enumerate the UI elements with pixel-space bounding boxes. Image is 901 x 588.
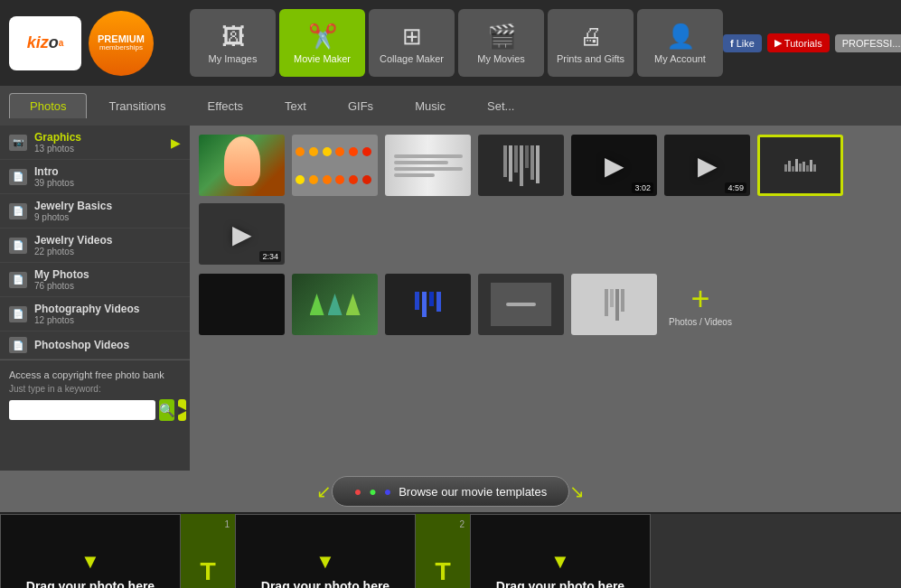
photo-thumb-1[interactable]	[199, 135, 285, 196]
tab-photos[interactable]: Photos	[9, 93, 87, 118]
drag-photo-box-2[interactable]: ▼ Drag your photo here 3.00s	[235, 514, 416, 588]
sidebar-item-photography-videos[interactable]: 📄 Photography Videos 12 photos	[0, 297, 190, 331]
professional-button[interactable]: PROFESSI...	[835, 34, 901, 52]
search-title: Access a copyright free photo bank	[9, 369, 181, 380]
text-t-icon-2: T	[435, 557, 450, 586]
sidebar-item-graphics[interactable]: 📷 Graphics 13 photos ▶	[0, 126, 190, 160]
photo-thumb-10[interactable]	[292, 274, 378, 335]
search-go-button[interactable]: ▶	[178, 399, 186, 421]
thumb-time-5: 3:02	[632, 182, 653, 193]
facebook-like-button[interactable]: f Like	[723, 34, 762, 52]
dot-icon3: ●	[384, 484, 391, 499]
search-button[interactable]: 🔍	[159, 399, 174, 421]
graphics-name: Graphics	[34, 131, 171, 144]
text-slot-2[interactable]: 2 T	[416, 514, 470, 588]
search-input[interactable]	[9, 400, 155, 420]
photography-videos-name: Photography Videos	[34, 303, 181, 315]
photo-thumb-12[interactable]	[478, 274, 564, 335]
drag-photo-box-1[interactable]: ▼ Drag your photo here 3.00s	[0, 514, 181, 588]
play-icon-8: ▶	[232, 219, 252, 249]
sidebar-item-jewelry-videos[interactable]: 📄 Jewelry Videos 22 photos	[0, 229, 190, 263]
text-slot-1[interactable]: 1 T	[181, 514, 235, 588]
tab-effects[interactable]: Effects	[188, 94, 264, 118]
tutorials-button[interactable]: ▶ Tutorials	[767, 33, 830, 52]
nav-movie-maker[interactable]: ✂️ Movie Maker	[279, 9, 365, 77]
tab-settings[interactable]: Set...	[467, 94, 534, 118]
jewelry-videos-name: Jewelry Videos	[34, 234, 181, 247]
photo-thumb-8[interactable]: ▶ 2:34	[199, 203, 285, 265]
fb-icon: f	[730, 38, 734, 49]
plus-icon: +	[690, 283, 709, 315]
intro-count: 39 photos	[34, 178, 181, 188]
timeline: ▼ Drag your photo here 3.00s 1 T ▼ Drag …	[0, 512, 901, 588]
timeline-slot-2: ▼ Drag your photo here 3.00s 2 T	[235, 514, 470, 588]
browse-label: Browse our movie templates	[399, 485, 547, 499]
my-photos-count: 76 photos	[34, 281, 181, 291]
nav-movie-maker-label: Movie Maker	[294, 53, 351, 64]
add-photos-button[interactable]: + Photos / Videos	[664, 274, 737, 335]
search-box: 🔍 ▶	[9, 399, 181, 421]
graphics-arrow: ▶	[171, 135, 181, 150]
photography-videos-count: 12 photos	[34, 315, 181, 325]
premium-badge[interactable]: PREMIUM memberships	[89, 11, 154, 76]
drag-arrow-3: ▼	[550, 550, 570, 574]
browse-templates-button[interactable]: ● ● ● Browse our movie templates	[332, 476, 569, 507]
nav-collage-maker-label: Collage Maker	[380, 53, 444, 64]
fb-like-label: Like	[737, 38, 755, 49]
timeline-slot-3: ▼ Drag your photo here 3.0s	[470, 514, 651, 588]
sidebar: 📷 Graphics 13 photos ▶ 📄 Intro 39 photos…	[0, 126, 190, 471]
photo-thumb-4[interactable]	[478, 135, 564, 196]
tab-gifs[interactable]: GIFs	[328, 94, 393, 118]
my-images-icon: 🖼	[221, 23, 245, 51]
photo-thumb-3[interactable]	[385, 135, 471, 196]
jewelry-videos-icon: 📄	[9, 238, 27, 254]
my-photos-name: My Photos	[34, 268, 181, 281]
nav-prints-gifts-label: Prints and Gifts	[557, 53, 624, 64]
thumb-time-6: 4:59	[725, 182, 746, 193]
premium-subtext: memberships	[99, 44, 143, 52]
add-photos-label: Photos / Videos	[669, 317, 732, 327]
intro-name: Intro	[34, 165, 181, 178]
photo-thumb-2[interactable]	[292, 135, 378, 196]
search-sub: Just type in a keyword:	[9, 384, 181, 394]
photo-thumb-11[interactable]	[385, 274, 471, 335]
my-photos-icon: 📄	[9, 272, 27, 288]
nav-collage-maker[interactable]: ⊞ Collage Maker	[369, 9, 455, 77]
nav-my-images-label: My Images	[209, 53, 258, 64]
sidebar-item-photoshop-videos[interactable]: 📄 Photoshop Videos	[0, 331, 190, 359]
nav-prints-gifts[interactable]: 🖨 Prints and Gifts	[548, 9, 634, 77]
logo[interactable]: kizoa	[9, 16, 81, 70]
tab-music[interactable]: Music	[395, 94, 465, 118]
yt-icon: ▶	[774, 37, 782, 49]
jewelry-videos-count: 22 photos	[34, 247, 181, 257]
drag-text-1: Drag your photo here	[26, 579, 155, 588]
sidebar-item-jewelry-basics[interactable]: 📄 Jewelry Basics 9 photos	[0, 194, 190, 229]
photo-thumb-13[interactable]	[571, 274, 657, 335]
prof-label: PROFESSI...	[842, 38, 901, 49]
drag-photo-box-3[interactable]: ▼ Drag your photo here 3.0s	[470, 514, 651, 588]
sidebar-item-my-photos[interactable]: 📄 My Photos 76 photos	[0, 263, 190, 297]
my-movies-icon: 🎬	[487, 23, 516, 51]
tab-transitions[interactable]: Transitions	[89, 94, 185, 118]
photo-row-2: + Photos / Videos	[199, 274, 892, 335]
photo-thumb-5[interactable]: ▶ 3:02	[571, 135, 657, 196]
thumb-time-8: 2:34	[259, 251, 281, 262]
tab-text[interactable]: Text	[265, 94, 326, 118]
nav-my-account[interactable]: 👤 My Account	[637, 9, 723, 77]
photo-thumb-7[interactable]	[757, 135, 843, 196]
tutorials-label: Tutorials	[784, 38, 822, 49]
top-right-buttons: f Like ▶ Tutorials PROFESSI...	[723, 33, 901, 52]
photo-row-1: ▶ 3:02 ▶ 4:59	[199, 135, 892, 265]
nav-my-movies[interactable]: 🎬 My Movies	[458, 9, 544, 77]
my-account-icon: 👤	[666, 23, 695, 51]
photo-thumb-9[interactable]	[199, 274, 285, 335]
main-area: 📷 Graphics 13 photos ▶ 📄 Intro 39 photos…	[0, 126, 901, 471]
nav-my-images[interactable]: 🖼 My Images	[190, 9, 276, 77]
text-t-icon-1: T	[200, 557, 215, 586]
sidebar-item-intro[interactable]: 📄 Intro 39 photos	[0, 160, 190, 194]
photoshop-videos-name: Photoshop Videos	[34, 339, 181, 351]
photo-thumb-6[interactable]: ▶ 4:59	[664, 135, 750, 196]
play-icon-6: ▶	[698, 151, 718, 181]
dot-icon2: ●	[369, 484, 376, 499]
drag-arrow-2: ▼	[315, 550, 335, 574]
